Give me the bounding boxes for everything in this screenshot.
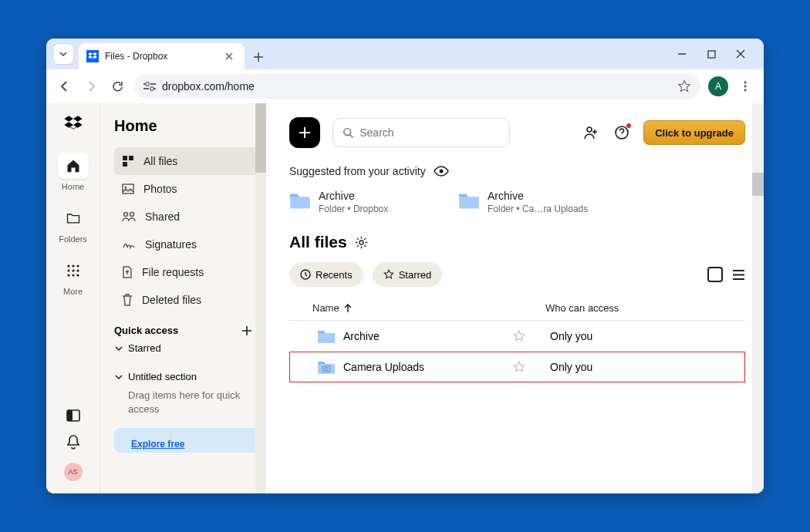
folder-icon: [458, 191, 480, 210]
rail-notifications-button[interactable]: [66, 435, 80, 450]
search-input[interactable]: [359, 126, 500, 139]
sidebar-item-label: Shared: [145, 210, 180, 223]
shared-icon: [122, 211, 136, 222]
sidebar-item-allfiles[interactable]: All files: [114, 147, 260, 175]
sidebar-item-label: File requests: [142, 266, 204, 278]
browser-tab[interactable]: Files - Dropbox: [79, 43, 245, 69]
svg-point-7: [744, 82, 747, 84]
section-label: Starred: [128, 342, 161, 354]
svg-point-13: [67, 269, 69, 271]
bookmark-button[interactable]: [677, 79, 691, 93]
suggestion-card[interactable]: Archive Folder • Ca…ra Uploads: [458, 190, 609, 214]
upgrade-button[interactable]: Click to upgrade: [643, 120, 745, 145]
rail-avatar[interactable]: AS: [64, 463, 83, 481]
filter-recents[interactable]: Recents: [289, 262, 363, 287]
tab-close-button[interactable]: [221, 49, 237, 64]
rail-label: More: [63, 287, 83, 296]
svg-point-9: [744, 89, 747, 92]
filter-starred[interactable]: Starred: [373, 262, 443, 287]
svg-rect-22: [129, 156, 133, 160]
star-button[interactable]: [511, 361, 527, 373]
nav-forward-button[interactable]: [82, 77, 100, 96]
allfiles-settings-button[interactable]: [355, 236, 368, 249]
profile-avatar[interactable]: A: [708, 76, 728, 96]
search-box[interactable]: [332, 118, 510, 147]
column-access[interactable]: Who can access: [545, 302, 653, 314]
invite-button[interactable]: [582, 123, 600, 142]
create-button[interactable]: [289, 117, 320, 148]
dropbox-logo[interactable]: [62, 114, 84, 136]
sidebar-title: Home: [114, 117, 260, 135]
sidebar-item-shared[interactable]: Shared: [114, 203, 260, 231]
sidebar-starred-section[interactable]: Starred: [114, 336, 260, 357]
allfiles-icon: [122, 155, 134, 167]
help-button[interactable]: [613, 123, 631, 142]
svg-point-5: [146, 82, 150, 86]
column-name[interactable]: Name: [312, 302, 513, 314]
bell-icon: [66, 435, 80, 450]
folder-icon: [317, 328, 336, 344]
gear-icon: [355, 236, 368, 249]
plus-icon: [241, 325, 252, 336]
window-maximize-button[interactable]: [704, 46, 719, 62]
main-scrollbar[interactable]: [752, 103, 764, 493]
rail-item-folders[interactable]: Folders: [46, 200, 100, 248]
svg-rect-20: [67, 410, 73, 421]
file-name: Archive: [343, 330, 511, 342]
file-access: Only you: [550, 361, 592, 373]
table-header: Name Who can access: [289, 302, 745, 321]
plus-icon: [253, 52, 264, 62]
clock-icon: [300, 269, 311, 280]
hide-suggested-button[interactable]: [434, 166, 449, 177]
reload-icon: [111, 80, 124, 93]
star-icon: [513, 330, 525, 342]
chevron-down-icon: [114, 344, 123, 353]
explore-card[interactable]: Explore free: [114, 428, 260, 453]
view-toggle-button[interactable]: [732, 269, 745, 281]
svg-point-15: [76, 269, 79, 271]
suggestion-card[interactable]: Archive Folder • Dropbox: [289, 190, 440, 214]
folders-icon: [66, 210, 81, 226]
sidebar-untitled-section[interactable]: Untitled section: [114, 365, 260, 386]
browser-window: Files - Dropbox dropbox.com/home A: [46, 39, 764, 493]
rail-item-home[interactable]: Home: [46, 148, 100, 196]
browser-menu-button[interactable]: [736, 77, 754, 96]
nav-reload-button[interactable]: [108, 77, 127, 96]
svg-point-6: [150, 87, 154, 91]
svg-point-27: [130, 213, 134, 217]
rail-panel-button[interactable]: [66, 409, 80, 423]
quick-access-add-button[interactable]: [241, 325, 252, 336]
arrow-up-icon: [344, 304, 352, 313]
svg-rect-2: [150, 83, 156, 85]
svg-rect-21: [123, 156, 127, 160]
dropbox-icon: [62, 114, 84, 136]
new-tab-button[interactable]: [251, 49, 266, 65]
svg-rect-3: [143, 88, 149, 89]
site-settings-icon: [143, 81, 156, 92]
window-close-button[interactable]: [733, 46, 748, 62]
sidebar-item-photos[interactable]: Photos: [114, 175, 260, 203]
star-button[interactable]: [511, 330, 527, 342]
table-row[interactable]: Archive Only you: [289, 321, 745, 352]
suggested-label: Suggested from your activity: [289, 165, 426, 177]
rail-label: Home: [62, 182, 84, 191]
svg-point-31: [439, 170, 443, 173]
window-minimize-button[interactable]: [674, 46, 690, 62]
rail-item-more[interactable]: More: [46, 253, 100, 301]
search-icon: [343, 126, 353, 139]
sidebar-scrollbar[interactable]: [255, 103, 266, 493]
tab-search-button[interactable]: [52, 43, 74, 65]
nav-back-button[interactable]: [56, 77, 74, 96]
table-row[interactable]: Camera Uploads Only you: [289, 352, 745, 382]
select-all-checkbox[interactable]: [707, 267, 723, 282]
star-icon: [383, 269, 394, 280]
explore-link[interactable]: Explore free: [131, 439, 184, 450]
sidebar-item-deleted[interactable]: Deleted files: [114, 286, 260, 314]
url-text: dropbox.com/home: [162, 80, 255, 93]
chevron-down-icon: [59, 49, 68, 59]
sidebar-item-signatures[interactable]: Signatures: [114, 231, 260, 258]
signatures-icon: [122, 239, 136, 250]
url-field[interactable]: dropbox.com/home: [134, 74, 700, 99]
star-icon: [677, 79, 691, 93]
sidebar-item-requests[interactable]: File requests: [114, 258, 260, 286]
